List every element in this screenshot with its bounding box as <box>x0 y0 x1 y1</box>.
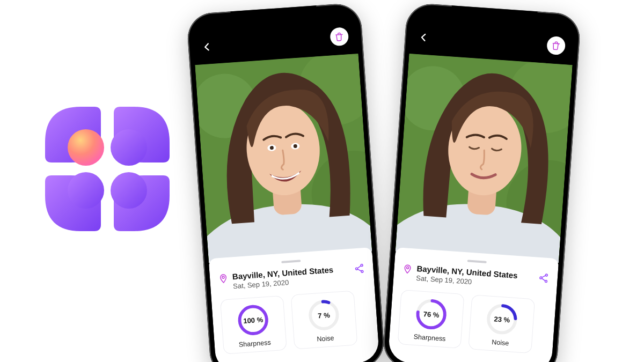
trash-icon <box>334 32 345 42</box>
sharpness-label: Sharpness <box>413 333 446 343</box>
sheet-grabber[interactable] <box>467 260 486 263</box>
noise-label: Noise <box>317 334 334 343</box>
details-sheet[interactable]: Bayville, NY, United States Sat, Sep 19,… <box>209 247 380 362</box>
photo-preview[interactable] <box>396 54 573 263</box>
share-button[interactable] <box>354 263 365 276</box>
metric-sharpness: 100 % Sharpness <box>220 295 287 354</box>
phone-mockup-2: Bayville, NY, United States Sat, Sep 19,… <box>382 2 582 362</box>
chevron-left-icon <box>202 42 212 52</box>
sharpness-value: 100 % <box>243 315 264 325</box>
details-sheet[interactable]: Bayville, NY, United States Sat, Sep 19,… <box>387 247 559 362</box>
back-button[interactable] <box>419 30 429 46</box>
metric-noise: 7 % Noise <box>291 291 358 350</box>
location-pin-icon <box>218 274 229 286</box>
share-button[interactable] <box>538 272 550 286</box>
svg-point-2 <box>68 172 104 209</box>
sharpness-value: 76 % <box>423 310 440 319</box>
trash-icon <box>551 40 561 50</box>
metric-noise: 23 % Noise <box>468 294 535 353</box>
svg-point-1 <box>111 129 147 166</box>
delete-button[interactable] <box>330 27 349 46</box>
svg-point-0 <box>68 129 104 166</box>
noise-value: 23 % <box>494 315 510 324</box>
sharpness-label: Sharpness <box>238 339 271 349</box>
back-button[interactable] <box>202 40 213 55</box>
metric-sharpness: 76 % Sharpness <box>398 290 465 349</box>
delete-button[interactable] <box>546 36 566 55</box>
noise-value: 7 % <box>318 311 330 320</box>
chevron-left-icon <box>419 32 429 42</box>
noise-label: Noise <box>492 338 509 347</box>
sheet-grabber[interactable] <box>281 260 301 263</box>
location-pin-icon <box>402 264 413 276</box>
photo-preview[interactable] <box>195 54 372 263</box>
svg-point-3 <box>111 172 147 209</box>
app-logo <box>32 94 182 244</box>
phone-mockup-1: Bayville, NY, United States Sat, Sep 19,… <box>186 2 386 362</box>
